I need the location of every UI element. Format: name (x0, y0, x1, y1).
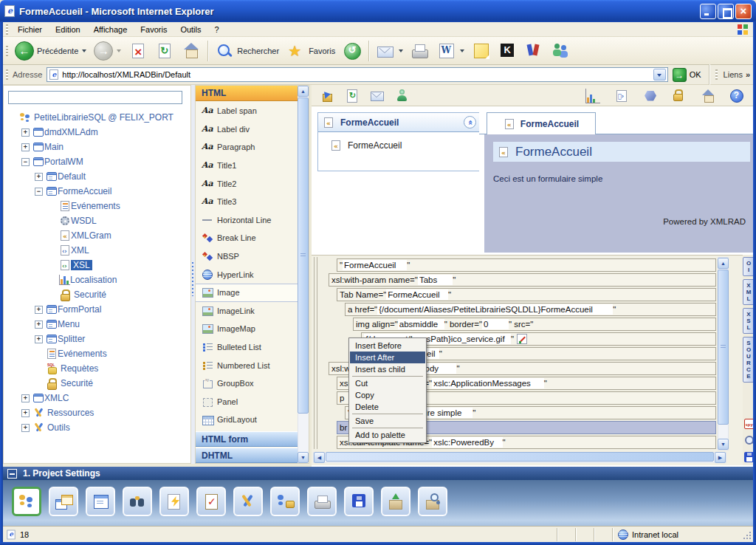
source-row[interactable]: Tab Name="FormeAccueil " (337, 288, 716, 301)
palette-section-dhtml[interactable]: DHTML (196, 448, 298, 463)
hexagon-button[interactable] (642, 87, 659, 105)
address-dropdown-button[interactable] (653, 69, 666, 80)
palette-item-bulleted-list[interactable]: Bulleted List (196, 338, 298, 357)
context-menu-item-insert-after[interactable]: Insert After (350, 352, 425, 363)
tree-item-wsdl[interactable]: +WSDL (4, 213, 190, 228)
deploy-button[interactable] (381, 487, 410, 516)
structure-panel-header[interactable]: FormeAccueil (318, 113, 481, 132)
menu-item-fichier[interactable]: Fichier (11, 23, 49, 36)
context-menu-item-save[interactable]: Save (350, 415, 425, 427)
tree-expander-icon[interactable]: + (35, 306, 43, 314)
tree-expander-icon[interactable]: + (21, 424, 30, 432)
tree-item-menu[interactable]: +Menu (4, 317, 190, 332)
palette-item-break-line[interactable]: Break Line (196, 229, 298, 247)
source-value-box[interactable]: {/document/Aliases/PetiteLibrairieSQLDLL… (377, 304, 613, 315)
scroll-up-button[interactable]: ▲ (718, 258, 729, 269)
project-settings-button[interactable] (12, 487, 41, 516)
source-value-box[interactable]: xslc:PoweredBy (432, 437, 502, 448)
home-button[interactable] (699, 87, 717, 105)
source-row[interactable]: xsl:with-param name="Tabs " (329, 273, 716, 287)
close-button[interactable] (735, 4, 752, 19)
scroll-thumb[interactable] (326, 452, 714, 462)
links-chevron-icon[interactable]: » (746, 70, 750, 79)
palette-scrollbar[interactable]: ▲ ▼ (298, 86, 309, 463)
tree-expander-icon[interactable]: − (35, 188, 43, 196)
palette-item-title3[interactable]: Title3 (196, 193, 298, 211)
inspect-button[interactable] (418, 487, 447, 516)
tree-expander-icon[interactable]: + (21, 394, 30, 402)
tree-expander-icon[interactable]: + (35, 335, 43, 343)
address-input[interactable] (62, 70, 653, 79)
collapse-panel-button[interactable] (464, 116, 476, 128)
search-button[interactable]: Rechercher (211, 38, 283, 64)
tree-item-petitelibrairiesql-felix-port[interactable]: +PetiteLibrairieSQL @ FELIX_PORT (4, 110, 190, 125)
tree-expander-icon[interactable]: + (21, 128, 30, 137)
menu-item-favoris[interactable]: Favoris (134, 23, 173, 36)
tree-item-portalwm[interactable]: −PortalWM (4, 154, 190, 169)
tree-item-ev-nements[interactable]: +Evénements (4, 346, 190, 361)
tree-item-splitter[interactable]: +Splitter (4, 332, 190, 346)
stats-button[interactable] (584, 87, 602, 105)
context-menu-item-copy[interactable]: Copy (350, 389, 425, 401)
source-value-box[interactable]: absmiddle (398, 319, 444, 329)
scroll-right-button[interactable]: ▶ (715, 452, 726, 463)
scroll-down-button[interactable]: ▼ (718, 439, 729, 450)
tree-item-default[interactable]: +Default (4, 169, 190, 184)
context-menu-item-delete[interactable]: Delete (350, 401, 425, 413)
palette-item-label-span[interactable]: Label span (196, 102, 298, 120)
messenger-button[interactable] (548, 38, 574, 64)
source-value-box[interactable]: FormeAccueil (386, 289, 448, 300)
forward-dropdown-icon[interactable] (117, 49, 121, 52)
menu-item-item[interactable]: ? (208, 23, 226, 36)
xmlview-button[interactable] (613, 87, 630, 105)
search-tools-button[interactable] (123, 487, 152, 516)
palette-item-hyperlink[interactable]: HyperLink (196, 265, 298, 284)
tree-item-xmlc[interactable]: +XMLC (4, 391, 190, 405)
source-vertical-scrollbar[interactable]: ▲ ▼ (718, 257, 729, 450)
context-menu-item-cut[interactable]: Cut (350, 377, 425, 389)
source-row[interactable]: img align="absmiddle " border="0 " src=" (353, 318, 716, 331)
tree-item-securit[interactable]: +Securité (4, 376, 190, 391)
notes-button[interactable] (468, 38, 495, 64)
tree-item-outils[interactable]: +Outils (4, 420, 190, 435)
links-button[interactable]: Liens » (712, 69, 753, 80)
tree-search-input[interactable] (8, 91, 182, 104)
source-value-box[interactable]: FormeAccueil (343, 260, 407, 270)
help-button[interactable] (728, 87, 746, 105)
palette-item-horizontal-line[interactable]: Horizontal Line (196, 211, 298, 230)
tree-expander-icon[interactable]: + (35, 321, 43, 329)
maximize-button[interactable] (718, 4, 734, 19)
back-dropdown-icon[interactable] (82, 49, 86, 52)
form-designer-button[interactable] (86, 487, 115, 516)
source-horizontal-scrollbar[interactable]: ◀ ▶ (313, 452, 726, 463)
source-value-box[interactable]: xslc:ApplicationMessages (432, 378, 544, 388)
source-row[interactable]: "FormeAccueil " (337, 258, 716, 272)
tree-expander-icon[interactable]: + (21, 143, 30, 151)
lock-button[interactable] (670, 87, 688, 105)
structure-item-formeaccueil[interactable]: FormeAccueil (330, 140, 402, 151)
palette-item-panel[interactable]: Panel (196, 393, 298, 411)
tree-item-requ-tes[interactable]: +Requètes (4, 361, 190, 376)
design-tools-button[interactable] (233, 487, 263, 516)
scroll-down-button[interactable]: ▼ (298, 452, 309, 463)
collapse-section-icon[interactable] (7, 469, 17, 479)
refresh-button[interactable] (151, 38, 178, 64)
palette-item-imagemap[interactable]: ImageMap (196, 320, 298, 338)
stop-button[interactable] (125, 38, 151, 64)
mail-button[interactable] (368, 86, 385, 104)
validation-button[interactable] (196, 487, 226, 516)
tree-item-localisation[interactable]: +Localisation (4, 272, 190, 287)
word-dropdown-icon[interactable] (460, 49, 464, 52)
scroll-thumb[interactable] (298, 97, 309, 414)
back-button[interactable]: Précédente (11, 38, 90, 64)
source-value-box[interactable]: 0 (482, 319, 509, 329)
go-button[interactable]: OK (673, 68, 701, 82)
context-menu-item-insert-before[interactable]: Insert Before (350, 340, 425, 352)
minimize-button[interactable] (700, 4, 716, 19)
source-row[interactable]: a href="{/document/Aliases/PetiteLibrair… (345, 303, 716, 316)
source-value-box[interactable]: Tabs (418, 275, 453, 285)
edit-with-word-button[interactable] (433, 38, 468, 64)
tree-item-xml[interactable]: +XML (4, 243, 190, 258)
palette-item-paragraph[interactable]: Paragraph (196, 138, 298, 157)
palette-item-title2[interactable]: Title2 (196, 174, 298, 193)
